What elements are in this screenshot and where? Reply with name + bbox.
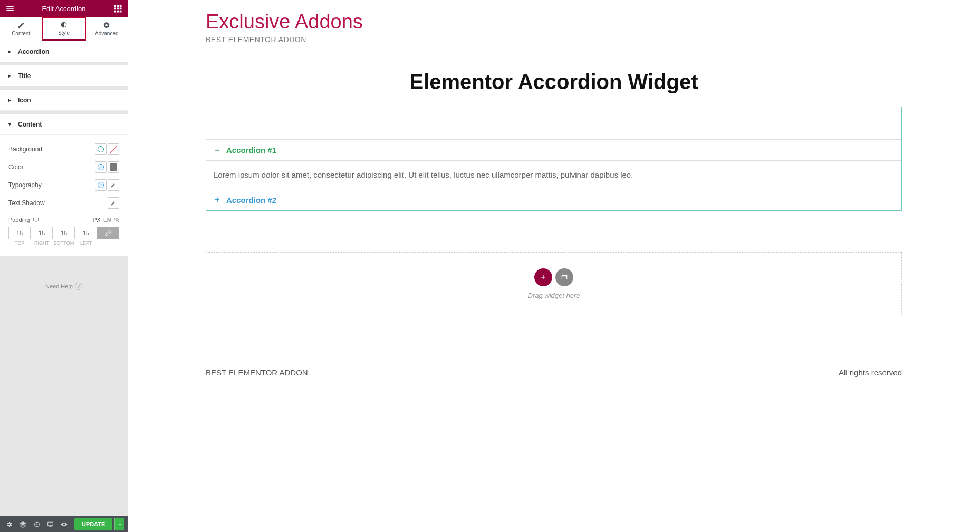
caret-right-icon: ▸ [8, 49, 13, 54]
header-title: Edit Accordion [15, 5, 113, 13]
section-accordion-label: Accordion [18, 48, 49, 55]
padding-right-input[interactable] [31, 227, 53, 239]
history-icon[interactable] [31, 518, 42, 530]
sidebar-header: Edit Accordion [0, 0, 128, 17]
control-color: Color [8, 158, 119, 176]
padding-top-sublabel: TOP [8, 240, 31, 246]
editor-sidebar: Edit Accordion Content Style Advanced ▸ … [0, 0, 128, 532]
tab-advanced[interactable]: Advanced [86, 17, 128, 41]
brand-title: Exclusive Addons [206, 11, 902, 33]
brand-subtitle: BEST ELEMENTOR ADDON [206, 35, 902, 44]
menu-icon[interactable] [5, 4, 15, 13]
typography-global-button[interactable] [95, 179, 107, 191]
section-icon-label: Icon [18, 96, 31, 104]
color-picker-button[interactable] [108, 161, 119, 173]
accordion-item-1-title[interactable]: − Accordion #1 [206, 140, 901, 161]
svg-rect-4 [117, 8, 119, 10]
control-background: Background [8, 140, 119, 158]
accordion-widget[interactable]: − Accordion #1 Lorem ipsum dolor sit ame… [206, 107, 902, 211]
update-button[interactable]: UPDATE [74, 518, 112, 530]
section-icon[interactable]: ▸ Icon [0, 90, 128, 111]
editor-canvas: Exclusive Addons BEST ELEMENTOR ADDON El… [128, 0, 980, 532]
apps-icon[interactable] [113, 4, 122, 13]
page-footer: BEST ELEMENTOR ADDON All rights reserved [206, 368, 902, 377]
drop-zone-label: Drag widget here [528, 292, 580, 299]
section-accordion[interactable]: ▸ Accordion [0, 41, 128, 62]
svg-rect-12 [48, 522, 53, 526]
minus-icon: − [214, 146, 221, 155]
add-template-button[interactable] [555, 268, 573, 286]
padding-bottom-input[interactable] [53, 227, 75, 239]
padding-right-sublabel: RIGHT [31, 240, 53, 246]
editor-tabs: Content Style Advanced [0, 17, 128, 41]
unit-px[interactable]: PX [93, 217, 100, 223]
section-content-label: Content [18, 121, 42, 128]
padding-link-button[interactable] [97, 227, 119, 239]
need-help-link[interactable]: Need Help ? [0, 283, 128, 290]
sidebar-footer: UPDATE [0, 516, 128, 532]
svg-rect-5 [120, 8, 122, 10]
accordion-item-1-content: Lorem ipsum dolor sit amet, consectetur … [206, 161, 901, 189]
unit-em[interactable]: EM [103, 217, 111, 223]
background-global-button[interactable] [95, 143, 107, 155]
update-button-label: UPDATE [82, 521, 105, 527]
svg-rect-3 [114, 8, 116, 10]
control-padding: Padding PX EM % [8, 214, 119, 246]
typography-label: Typography [8, 181, 95, 189]
update-options-button[interactable] [114, 518, 124, 530]
tab-advanced-label: Advanced [95, 31, 118, 36]
help-icon: ? [75, 283, 82, 290]
tab-style[interactable]: Style [42, 17, 85, 41]
content-panel: Background Color Typography [0, 135, 128, 256]
accordion-item-1-label: Accordion #1 [226, 146, 276, 154]
text-shadow-label: Text Shadow [8, 199, 108, 207]
settings-icon[interactable] [3, 518, 15, 530]
padding-top-input[interactable] [8, 227, 31, 239]
svg-rect-2 [120, 5, 122, 7]
section-title-label: Title [18, 72, 31, 80]
padding-left-sublabel: LEFT [75, 240, 97, 246]
typography-edit-button[interactable] [108, 179, 119, 191]
section-content[interactable]: ▾ Content [0, 114, 128, 135]
text-shadow-edit-button[interactable] [108, 197, 119, 209]
plus-icon: + [214, 195, 221, 205]
need-help-label: Need Help [45, 283, 73, 289]
preview-icon[interactable] [59, 518, 70, 530]
footer-left-text: BEST ELEMENTOR ADDON [206, 368, 308, 377]
padding-label: Padding [8, 217, 30, 223]
svg-rect-1 [117, 5, 119, 7]
footer-right-text: All rights reserved [839, 368, 902, 377]
padding-left-input[interactable] [75, 227, 97, 239]
color-label: Color [8, 163, 95, 171]
navigator-icon[interactable] [17, 518, 28, 530]
tab-content[interactable]: Content [0, 17, 42, 41]
svg-rect-11 [35, 222, 37, 223]
responsive-mode-icon[interactable] [45, 518, 56, 530]
background-color-button[interactable] [108, 143, 119, 155]
caret-down-icon: ▾ [8, 121, 13, 127]
svg-rect-7 [117, 11, 119, 13]
tab-content-label: Content [12, 31, 30, 36]
drop-zone[interactable]: Drag widget here [206, 252, 902, 315]
responsive-icon[interactable] [33, 217, 39, 223]
control-text-shadow: Text Shadow [8, 194, 119, 212]
section-title[interactable]: ▸ Title [0, 65, 128, 86]
padding-bottom-sublabel: BOTTOM [53, 240, 75, 246]
add-section-button[interactable] [534, 268, 552, 286]
svg-rect-0 [114, 5, 116, 7]
caret-right-icon: ▸ [8, 97, 13, 103]
caret-right-icon: ▸ [8, 73, 13, 79]
control-typography: Typography [8, 176, 119, 194]
svg-rect-8 [120, 11, 122, 13]
svg-rect-10 [34, 218, 39, 221]
tab-style-label: Style [58, 30, 70, 36]
background-label: Background [8, 146, 95, 153]
accordion-spacer [206, 107, 901, 140]
accordion-item-2-title[interactable]: + Accordion #2 [206, 189, 901, 210]
svg-rect-6 [114, 11, 116, 13]
accordion-item-2-label: Accordion #2 [226, 196, 276, 205]
widget-heading: Elementor Accordion Widget [206, 70, 902, 94]
color-global-button[interactable] [95, 161, 107, 173]
unit-pct[interactable]: % [114, 217, 119, 223]
